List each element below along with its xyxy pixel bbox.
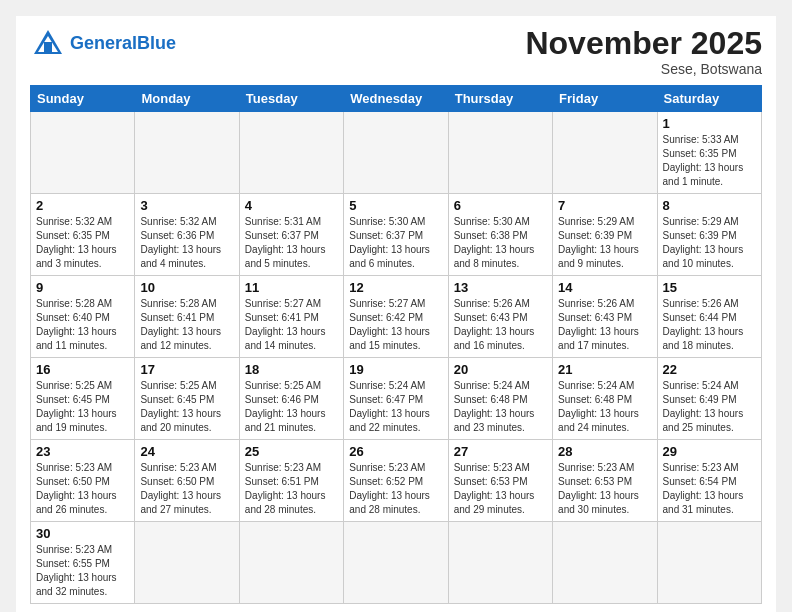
day-info: Sunrise: 5:30 AM Sunset: 6:37 PM Dayligh… [349,215,442,271]
day-number: 16 [36,362,129,377]
month-title: November 2025 [525,26,762,61]
day-cell: 15Sunrise: 5:26 AM Sunset: 6:44 PM Dayli… [657,276,761,358]
day-info: Sunrise: 5:23 AM Sunset: 6:52 PM Dayligh… [349,461,442,517]
day-cell: 27Sunrise: 5:23 AM Sunset: 6:53 PM Dayli… [448,440,552,522]
day-cell: 7Sunrise: 5:29 AM Sunset: 6:39 PM Daylig… [553,194,657,276]
week-row-5: 30Sunrise: 5:23 AM Sunset: 6:55 PM Dayli… [31,522,762,604]
day-info: Sunrise: 5:27 AM Sunset: 6:42 PM Dayligh… [349,297,442,353]
day-cell [31,112,135,194]
day-cell [448,112,552,194]
weekday-header-saturday: Saturday [657,86,761,112]
day-cell [135,112,239,194]
day-info: Sunrise: 5:28 AM Sunset: 6:40 PM Dayligh… [36,297,129,353]
day-number: 8 [663,198,756,213]
day-number: 22 [663,362,756,377]
day-info: Sunrise: 5:27 AM Sunset: 6:41 PM Dayligh… [245,297,338,353]
day-number: 30 [36,526,129,541]
svg-rect-3 [44,42,52,54]
logo-icon [30,26,66,62]
day-number: 26 [349,444,442,459]
logo-blue: Blue [137,33,176,53]
day-info: Sunrise: 5:23 AM Sunset: 6:50 PM Dayligh… [140,461,233,517]
day-cell: 23Sunrise: 5:23 AM Sunset: 6:50 PM Dayli… [31,440,135,522]
day-info: Sunrise: 5:31 AM Sunset: 6:37 PM Dayligh… [245,215,338,271]
day-info: Sunrise: 5:23 AM Sunset: 6:53 PM Dayligh… [454,461,547,517]
day-number: 23 [36,444,129,459]
day-cell [135,522,239,604]
day-cell: 4Sunrise: 5:31 AM Sunset: 6:37 PM Daylig… [239,194,343,276]
day-cell: 2Sunrise: 5:32 AM Sunset: 6:35 PM Daylig… [31,194,135,276]
weekday-header-wednesday: Wednesday [344,86,448,112]
day-number: 21 [558,362,651,377]
day-number: 2 [36,198,129,213]
day-info: Sunrise: 5:29 AM Sunset: 6:39 PM Dayligh… [558,215,651,271]
week-row-2: 9Sunrise: 5:28 AM Sunset: 6:40 PM Daylig… [31,276,762,358]
day-cell: 19Sunrise: 5:24 AM Sunset: 6:47 PM Dayli… [344,358,448,440]
day-cell [344,522,448,604]
day-info: Sunrise: 5:25 AM Sunset: 6:46 PM Dayligh… [245,379,338,435]
logo: GeneralBlue [30,26,176,62]
day-info: Sunrise: 5:24 AM Sunset: 6:48 PM Dayligh… [454,379,547,435]
location: Sese, Botswana [525,61,762,77]
day-cell: 1Sunrise: 5:33 AM Sunset: 6:35 PM Daylig… [657,112,761,194]
day-info: Sunrise: 5:29 AM Sunset: 6:39 PM Dayligh… [663,215,756,271]
day-cell: 22Sunrise: 5:24 AM Sunset: 6:49 PM Dayli… [657,358,761,440]
day-cell [553,522,657,604]
weekday-header-friday: Friday [553,86,657,112]
day-number: 24 [140,444,233,459]
week-row-1: 2Sunrise: 5:32 AM Sunset: 6:35 PM Daylig… [31,194,762,276]
day-info: Sunrise: 5:23 AM Sunset: 6:54 PM Dayligh… [663,461,756,517]
day-cell: 21Sunrise: 5:24 AM Sunset: 6:48 PM Dayli… [553,358,657,440]
day-cell [239,112,343,194]
day-cell: 5Sunrise: 5:30 AM Sunset: 6:37 PM Daylig… [344,194,448,276]
day-info: Sunrise: 5:26 AM Sunset: 6:43 PM Dayligh… [454,297,547,353]
day-info: Sunrise: 5:24 AM Sunset: 6:47 PM Dayligh… [349,379,442,435]
day-info: Sunrise: 5:24 AM Sunset: 6:49 PM Dayligh… [663,379,756,435]
day-number: 4 [245,198,338,213]
day-info: Sunrise: 5:33 AM Sunset: 6:35 PM Dayligh… [663,133,756,189]
day-number: 11 [245,280,338,295]
weekday-header-sunday: Sunday [31,86,135,112]
day-info: Sunrise: 5:23 AM Sunset: 6:51 PM Dayligh… [245,461,338,517]
day-info: Sunrise: 5:23 AM Sunset: 6:53 PM Dayligh… [558,461,651,517]
day-info: Sunrise: 5:24 AM Sunset: 6:48 PM Dayligh… [558,379,651,435]
day-cell: 6Sunrise: 5:30 AM Sunset: 6:38 PM Daylig… [448,194,552,276]
day-cell: 13Sunrise: 5:26 AM Sunset: 6:43 PM Dayli… [448,276,552,358]
weekday-header-monday: Monday [135,86,239,112]
day-info: Sunrise: 5:25 AM Sunset: 6:45 PM Dayligh… [36,379,129,435]
day-info: Sunrise: 5:26 AM Sunset: 6:43 PM Dayligh… [558,297,651,353]
day-cell: 25Sunrise: 5:23 AM Sunset: 6:51 PM Dayli… [239,440,343,522]
day-number: 7 [558,198,651,213]
day-cell [344,112,448,194]
week-row-4: 23Sunrise: 5:23 AM Sunset: 6:50 PM Dayli… [31,440,762,522]
day-cell: 17Sunrise: 5:25 AM Sunset: 6:45 PM Dayli… [135,358,239,440]
day-number: 12 [349,280,442,295]
day-cell: 10Sunrise: 5:28 AM Sunset: 6:41 PM Dayli… [135,276,239,358]
day-cell: 16Sunrise: 5:25 AM Sunset: 6:45 PM Dayli… [31,358,135,440]
day-number: 1 [663,116,756,131]
day-number: 17 [140,362,233,377]
day-number: 18 [245,362,338,377]
weekday-header-row: SundayMondayTuesdayWednesdayThursdayFrid… [31,86,762,112]
day-cell: 20Sunrise: 5:24 AM Sunset: 6:48 PM Dayli… [448,358,552,440]
header: GeneralBlue November 2025 Sese, Botswana [30,26,762,77]
day-info: Sunrise: 5:25 AM Sunset: 6:45 PM Dayligh… [140,379,233,435]
day-cell [553,112,657,194]
day-number: 3 [140,198,233,213]
day-info: Sunrise: 5:23 AM Sunset: 6:50 PM Dayligh… [36,461,129,517]
day-number: 6 [454,198,547,213]
calendar-table: SundayMondayTuesdayWednesdayThursdayFrid… [30,85,762,604]
day-info: Sunrise: 5:26 AM Sunset: 6:44 PM Dayligh… [663,297,756,353]
day-number: 20 [454,362,547,377]
day-cell: 26Sunrise: 5:23 AM Sunset: 6:52 PM Dayli… [344,440,448,522]
day-cell: 11Sunrise: 5:27 AM Sunset: 6:41 PM Dayli… [239,276,343,358]
day-info: Sunrise: 5:28 AM Sunset: 6:41 PM Dayligh… [140,297,233,353]
day-number: 25 [245,444,338,459]
week-row-3: 16Sunrise: 5:25 AM Sunset: 6:45 PM Dayli… [31,358,762,440]
day-number: 28 [558,444,651,459]
weekday-header-tuesday: Tuesday [239,86,343,112]
day-cell [448,522,552,604]
day-cell: 3Sunrise: 5:32 AM Sunset: 6:36 PM Daylig… [135,194,239,276]
title-block: November 2025 Sese, Botswana [525,26,762,77]
day-number: 5 [349,198,442,213]
